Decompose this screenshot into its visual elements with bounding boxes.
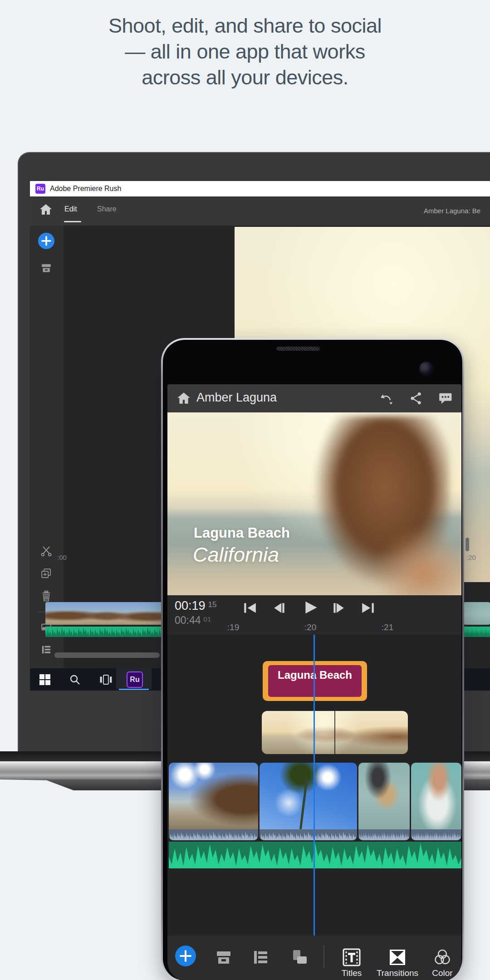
add-media-button[interactable] (175, 946, 196, 966)
headline: Shoot, edit, and share to social — all i… (0, 13, 490, 90)
transport-bar: 00:1915 00:4401 (167, 595, 461, 634)
phone: Amber Laguna Laguna Beach California (161, 338, 464, 980)
home-icon[interactable] (39, 203, 53, 216)
desktop-audio-clip[interactable] (464, 627, 490, 637)
color-icon[interactable] (432, 947, 452, 967)
phone-bezel: Amber Laguna Laguna Beach California (163, 340, 462, 980)
desktop-timeline-vscrollbar[interactable] (466, 538, 469, 551)
tab-edit-underline (64, 221, 81, 222)
ruler-tick: :21 (374, 622, 401, 632)
phone-toolbar: Titles Transitions Color (167, 936, 461, 980)
ruler-tick: :20 (297, 622, 324, 632)
title-clip-label: Laguna Beach (268, 665, 362, 697)
video-preview[interactable]: Laguna Beach California (167, 412, 461, 595)
headline-line-2: — all in one app that works (0, 39, 490, 64)
title-clip[interactable]: Laguna Beach (263, 661, 367, 701)
add-media-button[interactable] (38, 233, 54, 249)
phone-camera (419, 362, 434, 376)
task-view-icon[interactable] (99, 674, 111, 686)
timeline-clip[interactable] (260, 763, 357, 840)
timeline-clip[interactable] (411, 763, 461, 840)
desktop-timeline-hscrollbar[interactable] (54, 652, 160, 658)
clip-audio-strip (260, 829, 357, 840)
timecode-duration: 00:4401 (175, 614, 211, 627)
orientation-resize-icon[interactable] (289, 947, 309, 967)
windows-start-icon[interactable] (39, 674, 51, 686)
timeline-clip[interactable] (358, 763, 410, 840)
taskbar-active-indicator (119, 689, 149, 690)
project-name-label: Amber Laguna: Be (424, 207, 480, 215)
project-title: Amber Laguna (196, 391, 277, 405)
step-forward-button[interactable] (331, 601, 346, 615)
track-list-icon[interactable] (40, 643, 53, 656)
color-label[interactable]: Color (415, 968, 461, 978)
desktop-video-clip[interactable] (45, 602, 164, 625)
window-title: Adobe Premiere Rush (50, 185, 121, 193)
feedback-comment-icon[interactable] (438, 391, 452, 406)
transitions-icon[interactable] (387, 947, 407, 967)
share-icon[interactable] (409, 391, 423, 406)
playhead[interactable] (314, 635, 315, 936)
skip-to-start-button[interactable] (243, 601, 257, 615)
tab-edit[interactable]: Edit (64, 205, 77, 213)
duplicate-icon[interactable] (40, 567, 53, 580)
phone-screen: Amber Laguna Laguna Beach California (167, 384, 461, 980)
phone-speaker (276, 347, 320, 351)
video-title-overlay-line2: California (193, 543, 279, 567)
split-scissors-icon[interactable] (40, 544, 53, 557)
page: Shoot, edit, and share to social — all i… (0, 0, 490, 980)
titles-icon[interactable] (342, 947, 362, 967)
skip-to-end-button[interactable] (361, 601, 375, 615)
step-back-button[interactable] (272, 601, 287, 615)
delete-trash-icon[interactable] (40, 590, 53, 603)
timeline-clip[interactable] (169, 763, 258, 840)
desktop-ruler-right: :20 (466, 554, 476, 561)
search-icon[interactable] (69, 674, 81, 686)
toolbar-divider (323, 946, 324, 968)
timecode-duration-frames: 01 (204, 615, 211, 623)
clip-audio-strip (169, 829, 258, 840)
home-icon[interactable] (176, 391, 191, 406)
clip-cut-divider (334, 711, 335, 754)
play-button[interactable] (302, 599, 316, 614)
video-title-overlay-line1: Laguna Beach (194, 525, 290, 541)
track-list-icon[interactable] (250, 947, 270, 967)
audio-track-clip[interactable] (169, 842, 461, 868)
timecode-current: 00:1915 (175, 599, 217, 613)
clip-audio-strip (411, 829, 461, 840)
desktop-ruler-left: :00 (57, 554, 67, 561)
headline-line-3: across all your devices. (0, 64, 490, 90)
premiere-rush-app-icon: Ru (35, 184, 45, 194)
timecode-current-frames: 15 (208, 600, 217, 609)
tab-share[interactable]: Share (97, 205, 117, 213)
overlay-video-clip[interactable] (262, 711, 408, 754)
premiere-rush-taskbar-icon[interactable]: Ru (127, 671, 143, 688)
ruler-tick: :19 (220, 622, 247, 632)
media-browser-icon[interactable] (40, 261, 53, 274)
headline-line-1: Shoot, edit, and share to social (0, 13, 490, 39)
desktop-audio-clip[interactable] (45, 627, 164, 637)
undo-icon[interactable] (379, 391, 393, 406)
desktop-video-clip[interactable] (464, 602, 490, 625)
media-browser-icon[interactable] (214, 947, 234, 967)
clip-audio-strip (358, 829, 410, 840)
